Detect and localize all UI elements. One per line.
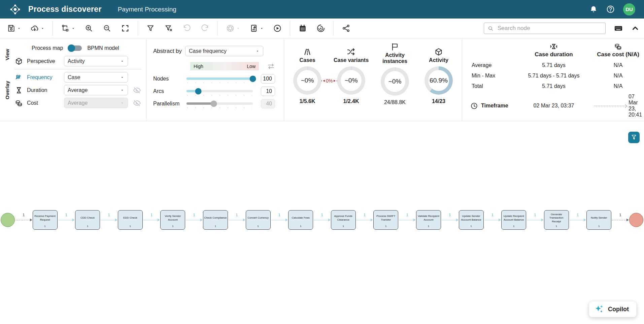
activity-node[interactable]: Generate Transaction Receipt1 xyxy=(544,210,569,230)
chevron-down-icon xyxy=(120,59,124,63)
activity-node[interactable]: Process SWIFT Transfer1 xyxy=(373,210,398,230)
stat-fraction: 1/5.6K xyxy=(299,98,315,104)
stat-donut: 60.9% xyxy=(425,66,453,95)
activity-name: Receive Payment Request xyxy=(34,212,57,225)
flow-edge[interactable]: 1 xyxy=(271,209,289,231)
flow-edge[interactable]: 1 xyxy=(313,209,331,231)
activity-frequency: 1 xyxy=(385,225,386,229)
abstract-by-select[interactable]: Case frequency xyxy=(185,46,263,56)
flow-edge[interactable]: 1 xyxy=(15,209,33,231)
edge-frequency-label: 1 xyxy=(108,213,110,217)
filter-button[interactable] xyxy=(146,24,155,33)
filter-clear-button[interactable] xyxy=(164,24,173,33)
quick-filter-badge-button[interactable] xyxy=(628,132,640,143)
activity-node[interactable]: Update Sender Account Balance1 xyxy=(459,210,484,230)
activity-node[interactable]: Calculate Fees1 xyxy=(288,210,313,230)
perspective-label: Perspective xyxy=(27,58,61,64)
process-map-canvas[interactable]: 1Receive Payment Request11CDD Check11EDD… xyxy=(0,121,644,324)
perspective-select[interactable]: Activity xyxy=(64,56,128,66)
share-icon xyxy=(342,24,350,33)
zoom-out-button[interactable] xyxy=(103,24,111,33)
activity-node[interactable]: Check Compliance1 xyxy=(203,210,228,230)
fit-screen-button[interactable] xyxy=(121,24,130,33)
frequency-label: Frequency xyxy=(27,74,61,80)
slider-knob[interactable] xyxy=(195,88,202,94)
start-event-node[interactable] xyxy=(1,213,15,227)
save-button[interactable] xyxy=(7,24,21,33)
stat-label: Activity xyxy=(429,57,448,63)
nodes-slider-row: Nodes100 xyxy=(153,72,275,85)
end-event-node[interactable] xyxy=(629,213,643,227)
activity-node[interactable]: Notify Sender1 xyxy=(586,210,611,230)
flow-edge[interactable]: 1 xyxy=(143,209,161,231)
cases-road-icon xyxy=(303,47,312,56)
invert-range-swap-icon[interactable] xyxy=(267,62,275,70)
export-button[interactable] xyxy=(30,24,44,33)
arcs-value-box[interactable]: 10 xyxy=(261,87,275,96)
chevron-down-icon xyxy=(120,75,124,79)
copilot-button[interactable]: Copilot xyxy=(589,301,637,317)
visibility-eye-off-icon[interactable] xyxy=(131,86,143,94)
avatar[interactable]: DU xyxy=(623,3,635,15)
flow-edge[interactable]: 1 xyxy=(58,209,75,231)
keyboard-shortcuts-icon[interactable] xyxy=(614,24,623,33)
process-map-bpmn-toggle[interactable] xyxy=(68,45,82,51)
chevron-down-icon xyxy=(260,27,264,30)
flow-edge[interactable]: 1 xyxy=(185,209,203,231)
edge-frequency-label: 1 xyxy=(321,213,323,217)
activity-frequency: 1 xyxy=(428,225,429,229)
edge-frequency-label: 1 xyxy=(193,213,195,217)
nodes-value-box[interactable]: 100 xyxy=(261,74,275,84)
slider-knob[interactable] xyxy=(249,75,256,82)
notifications-bell-icon[interactable] xyxy=(589,5,598,14)
activity-node[interactable]: Validate Recipient Account1 xyxy=(416,210,441,230)
duration-hourglass-icon xyxy=(14,86,24,94)
activity-node[interactable]: Receive Payment Request1 xyxy=(33,210,58,230)
edge-arrowhead-icon xyxy=(413,219,416,221)
calendar-button[interactable] xyxy=(298,24,307,33)
activity-node[interactable]: Convert Currency1 xyxy=(246,210,271,230)
help-icon[interactable] xyxy=(606,5,615,14)
flow-edge[interactable]: 1 xyxy=(569,209,587,231)
report-button[interactable] xyxy=(249,24,264,33)
activity-node[interactable]: Update Recipient Account Balance1 xyxy=(501,210,526,230)
cost-label: Cost xyxy=(27,100,61,106)
stat-label: Activity instances xyxy=(373,52,417,64)
overlay-row-frequency: FrequencyCase xyxy=(11,72,146,83)
flow-edge[interactable]: 1 xyxy=(441,209,459,231)
search-node-input[interactable] xyxy=(497,25,602,32)
frequency-select[interactable]: Case xyxy=(64,72,128,83)
share-button[interactable] xyxy=(342,24,350,33)
activity-node[interactable]: CDD Check1 xyxy=(75,210,100,230)
layout-button[interactable] xyxy=(61,24,75,33)
flow-edge[interactable]: 1 xyxy=(100,209,118,231)
arcs-slider-label: Arcs xyxy=(153,88,187,94)
arcs-slider[interactable] xyxy=(187,90,252,92)
flow-edge[interactable]: 1 xyxy=(398,209,416,231)
activity-node[interactable]: Approve Funds Clearance1 xyxy=(331,210,356,230)
activity-node[interactable]: EDD Check1 xyxy=(118,210,143,230)
flow-edge[interactable]: 1 xyxy=(356,209,374,231)
collapse-panel-chevron-up-icon[interactable] xyxy=(631,24,639,32)
edge-line xyxy=(58,220,73,220)
stat-label: Case variants xyxy=(334,57,369,63)
connector-percent: 0% xyxy=(326,78,333,84)
layout-icon xyxy=(61,24,70,33)
flow-edge[interactable]: 1 xyxy=(611,209,629,231)
nodes-slider[interactable] xyxy=(187,77,252,80)
flow-edge[interactable]: 1 xyxy=(526,209,544,231)
animate-play-button[interactable] xyxy=(273,24,282,33)
activity-node[interactable]: Verify Sender Account1 xyxy=(160,210,185,230)
activity-frequency: 1 xyxy=(215,225,216,229)
edge-line xyxy=(399,220,413,220)
visibility-eye-off-icon[interactable] xyxy=(131,99,143,107)
performance-spiral-button[interactable] xyxy=(316,24,325,33)
zoom-in-button[interactable] xyxy=(84,24,93,33)
timeframe-end: 07 Mar 23, 20:41 xyxy=(629,94,642,118)
flow-edge[interactable]: 1 xyxy=(484,209,502,231)
duration-select[interactable]: Average xyxy=(64,85,128,95)
undo-button xyxy=(182,24,191,33)
high-low-range-bar: High Low xyxy=(190,62,259,70)
flow-edge[interactable]: 1 xyxy=(228,209,246,231)
activity-name: Generate Transaction Receipt xyxy=(545,212,568,225)
